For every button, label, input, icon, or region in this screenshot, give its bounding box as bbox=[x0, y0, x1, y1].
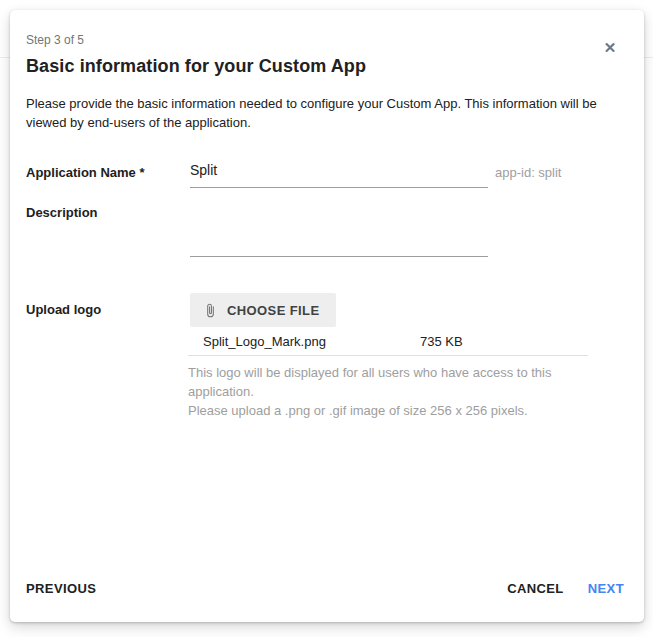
application-name-input[interactable] bbox=[190, 162, 488, 188]
previous-button[interactable]: PREVIOUS bbox=[26, 577, 96, 601]
logo-help-text: This logo will be displayed for all user… bbox=[188, 363, 598, 420]
dialog-footer: PREVIOUS CANCEL NEXT bbox=[26, 577, 624, 601]
close-icon[interactable]: ✕ bbox=[600, 38, 620, 58]
uploaded-file-name: Split_Logo_Mark.png bbox=[188, 333, 420, 351]
app-id-hint: app-id: split bbox=[495, 162, 561, 182]
next-button[interactable]: NEXT bbox=[588, 577, 624, 601]
page-background: ✕ Step 3 of 5 Basic information for your… bbox=[0, 0, 653, 637]
cancel-button[interactable]: CANCEL bbox=[507, 577, 564, 601]
dialog-title: Basic information for your Custom App bbox=[26, 54, 620, 78]
upload-logo-row: Upload logo CHOOSE FILE bbox=[26, 293, 620, 327]
choose-file-label: CHOOSE FILE bbox=[227, 303, 320, 318]
dialog-intro-text: Please provide the basic information nee… bbox=[26, 94, 620, 132]
description-row: Description bbox=[26, 202, 620, 257]
description-label: Description bbox=[26, 202, 190, 222]
application-name-label: Application Name * bbox=[26, 162, 190, 182]
upload-logo-label: Upload logo bbox=[26, 301, 190, 319]
custom-app-dialog: ✕ Step 3 of 5 Basic information for your… bbox=[10, 10, 644, 622]
logo-help-line-2: Please upload a .png or .gif image of si… bbox=[188, 401, 598, 420]
step-indicator: Step 3 of 5 bbox=[26, 33, 620, 47]
uploaded-file-size: 735 KB bbox=[420, 333, 463, 351]
application-name-row: Application Name * app-id: split bbox=[26, 162, 620, 188]
uploaded-file-row: Split_Logo_Mark.png 735 KB bbox=[188, 333, 588, 356]
description-input[interactable] bbox=[190, 202, 488, 257]
logo-help-line-1: This logo will be displayed for all user… bbox=[188, 363, 598, 401]
choose-file-button[interactable]: CHOOSE FILE bbox=[190, 293, 336, 327]
paperclip-icon bbox=[203, 301, 218, 320]
